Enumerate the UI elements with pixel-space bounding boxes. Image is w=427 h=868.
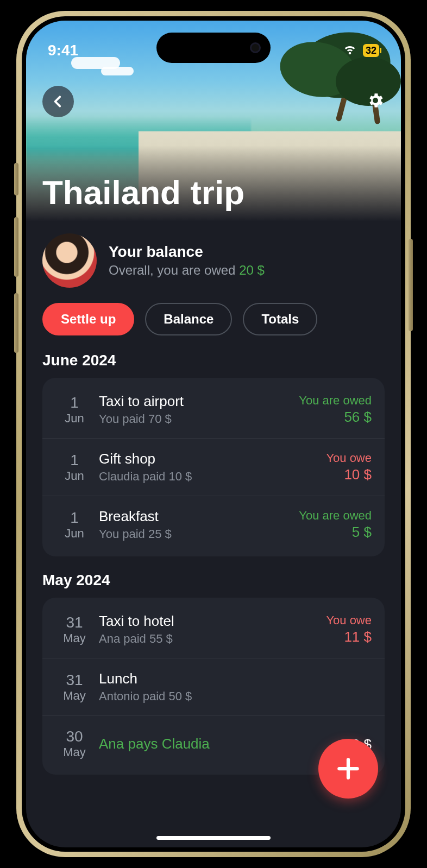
volume-up-button bbox=[14, 217, 18, 277]
expense-row[interactable]: 31May Taxi to hotelAna paid 55 $ You owe… bbox=[42, 601, 385, 658]
battery-icon: 32 bbox=[363, 44, 379, 57]
action-pills: Settle up Balance Totals bbox=[42, 303, 385, 335]
expense-row[interactable]: 1Jun Gift shopClaudia paid 10 $ You owe1… bbox=[42, 439, 385, 496]
expense-card: 1Jun Taxi to airportYou paid 70 $ You ar… bbox=[42, 378, 385, 556]
balance-amount: 20 $ bbox=[239, 263, 265, 277]
settings-button[interactable] bbox=[366, 91, 385, 112]
totals-button[interactable]: Totals bbox=[243, 303, 317, 335]
power-button bbox=[409, 239, 413, 331]
balance-subtext: Overall, you are owed 20 $ bbox=[109, 263, 265, 278]
month-heading: May 2024 bbox=[42, 572, 385, 589]
wifi-icon bbox=[342, 42, 357, 59]
expense-row[interactable]: 1Jun Taxi to airportYou paid 70 $ You ar… bbox=[42, 381, 385, 439]
battery-level: 32 bbox=[363, 44, 379, 57]
expense-row[interactable]: 31May LunchAntonio paid 50 $ bbox=[42, 658, 385, 716]
settle-up-button[interactable]: Settle up bbox=[42, 303, 134, 335]
screen: 9:41 32 bbox=[26, 21, 401, 847]
status-time: 9:41 bbox=[48, 42, 78, 59]
expense-row[interactable]: 1Jun BreakfastYou paid 25 $ You are owed… bbox=[42, 496, 385, 553]
trip-title: Thailand trip bbox=[42, 173, 385, 212]
content: Your balance Overall, you are owed 20 $ … bbox=[26, 221, 401, 775]
user-avatar[interactable] bbox=[42, 233, 97, 288]
balance-summary: Your balance Overall, you are owed 20 $ bbox=[42, 233, 385, 288]
month-heading: June 2024 bbox=[42, 352, 385, 369]
add-expense-button[interactable] bbox=[318, 739, 378, 799]
phone-bezel: 9:41 32 bbox=[22, 16, 405, 852]
volume-down-button bbox=[14, 293, 18, 353]
balance-button[interactable]: Balance bbox=[145, 303, 232, 335]
back-button[interactable] bbox=[42, 86, 74, 117]
dynamic-island bbox=[156, 33, 271, 63]
balance-label: Your balance bbox=[109, 243, 265, 261]
phone-frame: 9:41 32 bbox=[16, 11, 411, 857]
mute-switch bbox=[14, 163, 18, 195]
home-indicator[interactable] bbox=[156, 836, 271, 840]
